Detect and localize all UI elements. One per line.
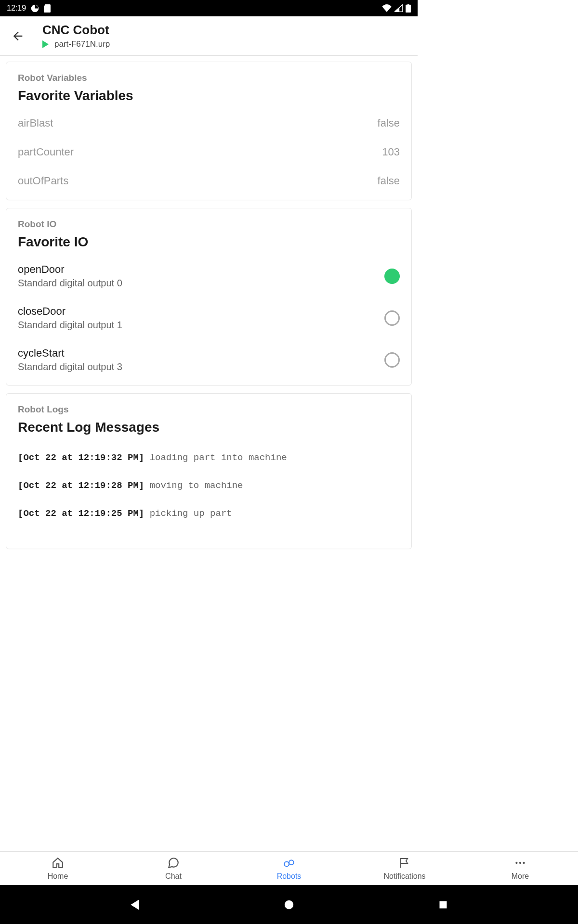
card-title: Favorite Variables — [18, 88, 400, 103]
play-icon — [42, 40, 49, 48]
io-name: cycleStart — [18, 347, 122, 359]
io-card: Robot IO Favorite IO openDoor Standard d… — [6, 208, 412, 385]
wifi-icon — [382, 4, 392, 12]
card-title: Recent Log Messages — [18, 420, 400, 435]
card-eyebrow: Robot Logs — [18, 404, 400, 415]
io-name: openDoor — [18, 263, 122, 276]
battery-icon — [406, 4, 411, 13]
back-button[interactable] — [10, 28, 26, 44]
log-entry: [Oct 22 at 12:19:28 PM] moving to machin… — [18, 480, 400, 491]
io-subtitle: Standard digital output 0 — [18, 278, 122, 289]
card-eyebrow: Robot IO — [18, 219, 400, 230]
io-row[interactable]: closeDoor Standard digital output 1 — [18, 305, 400, 331]
io-name: closeDoor — [18, 305, 122, 318]
variable-value: 103 — [382, 146, 400, 158]
cellular-signal-icon — [394, 4, 403, 12]
variable-value: false — [378, 117, 400, 129]
io-row[interactable]: openDoor Standard digital output 0 — [18, 263, 400, 289]
log-message: moving to machine — [150, 480, 243, 491]
status-time: 12:19 — [7, 4, 26, 13]
log-timestamp: [Oct 22 at 12:19:32 PM] — [18, 452, 144, 463]
sd-card-icon — [44, 4, 51, 13]
card-title: Favorite IO — [18, 234, 400, 250]
log-entry: [Oct 22 at 12:19:25 PM] picking up part — [18, 508, 400, 519]
log-entry: [Oct 22 at 12:19:32 PM] loading part int… — [18, 452, 400, 463]
io-subtitle: Standard digital output 1 — [18, 320, 122, 331]
android-status-bar: 12:19 — [0, 0, 418, 16]
io-status-indicator-off — [384, 352, 400, 368]
variable-name: partCounter — [18, 146, 74, 158]
app-notification-icon — [31, 4, 39, 13]
variable-row[interactable]: airBlast false — [18, 117, 400, 129]
log-message: picking up part — [150, 508, 232, 519]
io-subtitle: Standard digital output 3 — [18, 361, 122, 372]
page-title: CNC Cobot — [42, 23, 110, 38]
svg-rect-1 — [406, 5, 411, 13]
program-name: part-F671N.urp — [54, 39, 110, 49]
log-timestamp: [Oct 22 at 12:19:25 PM] — [18, 508, 144, 519]
variable-name: airBlast — [18, 117, 53, 129]
variable-name: outOfParts — [18, 175, 68, 187]
variable-value: false — [378, 175, 400, 187]
io-status-indicator-off — [384, 310, 400, 326]
card-eyebrow: Robot Variables — [18, 73, 400, 83]
app-header: CNC Cobot part-F671N.urp — [0, 16, 418, 56]
variables-card: Robot Variables Favorite Variables airBl… — [6, 62, 412, 200]
variable-row[interactable]: partCounter 103 — [18, 146, 400, 158]
log-message: loading part into machine — [150, 452, 287, 463]
svg-rect-2 — [407, 4, 409, 5]
log-timestamp: [Oct 22 at 12:19:28 PM] — [18, 480, 144, 491]
logs-card: Robot Logs Recent Log Messages [Oct 22 a… — [6, 393, 412, 549]
io-status-indicator-on — [384, 269, 400, 284]
io-row[interactable]: cycleStart Standard digital output 3 — [18, 347, 400, 372]
variable-row[interactable]: outOfParts false — [18, 175, 400, 187]
